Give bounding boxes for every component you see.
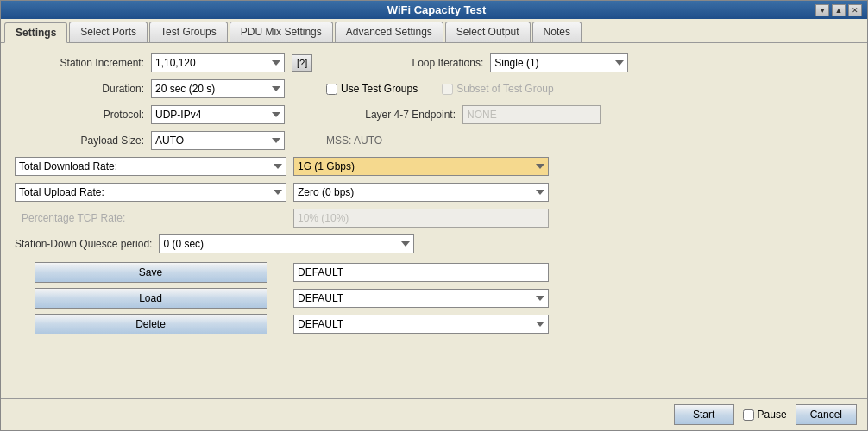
download-rate-value-select[interactable]: 1G (1 Gbps) — [293, 157, 549, 176]
save-btn-container: Save — [15, 262, 286, 283]
delete-select[interactable]: DEFAULT — [293, 315, 549, 334]
tab-notes[interactable]: Notes — [532, 22, 582, 42]
close-button[interactable]: ✕ — [848, 4, 862, 16]
tcp-rate-label: Percentage TCP Rate: — [15, 212, 286, 224]
tab-test-groups[interactable]: Test Groups — [149, 22, 228, 42]
tabs-bar: Settings Select Ports Test Groups PDU Mi… — [1, 19, 867, 43]
mss-label: MSS: AUTO — [326, 134, 382, 147]
upload-rate-value-select[interactable]: Zero (0 bps) — [293, 183, 549, 202]
main-window: WiFi Capacity Test ▾ ▲ ✕ Settings Select… — [0, 0, 868, 431]
window-title: WiFi Capacity Test — [58, 3, 815, 16]
subset-checkbox[interactable] — [442, 84, 453, 95]
pause-checkbox[interactable] — [743, 409, 754, 421]
tab-select-ports[interactable]: Select Ports — [69, 22, 148, 42]
load-select[interactable]: DEFAULT — [293, 289, 549, 308]
duration-label: Duration: — [15, 83, 144, 95]
pause-container: Pause — [743, 409, 787, 421]
help-button[interactable]: [?] — [292, 54, 312, 72]
load-row: Load DEFAULT — [15, 288, 853, 309]
download-rate-row: Total Download Rate: 1G (1 Gbps) — [15, 157, 853, 176]
subset-label: Subset of Test Group — [456, 83, 554, 95]
tab-advanced-settings[interactable]: Advanced Settings — [335, 22, 443, 42]
cancel-button[interactable]: Cancel — [796, 404, 857, 425]
duration-select[interactable]: 20 sec (20 s) — [151, 79, 285, 98]
protocol-row: Protocol: UDP-IPv4 Layer 4-7 Endpoint: N… — [15, 105, 853, 124]
minimize-button[interactable]: ▾ — [815, 4, 829, 16]
upload-rate-row: Total Upload Rate: Zero (0 bps) — [15, 183, 853, 202]
payload-label: Payload Size: — [15, 134, 144, 147]
protocol-select[interactable]: UDP-IPv4 — [151, 105, 285, 124]
save-input[interactable] — [293, 263, 549, 282]
use-test-groups-container: Use Test Groups — [326, 83, 418, 95]
loop-iterations-select[interactable]: Single (1) — [490, 53, 628, 72]
maximize-button[interactable]: ▲ — [832, 4, 846, 16]
layer47-select[interactable]: NONE — [462, 105, 601, 124]
tab-pdu-mix[interactable]: PDU Mix Settings — [230, 22, 333, 42]
tcp-rate-select[interactable]: 10% (10%) — [293, 209, 549, 228]
window-controls: ▾ ▲ ✕ — [815, 4, 862, 16]
subset-container: Subset of Test Group — [442, 83, 554, 95]
loop-iterations-label: Loop Iterations: — [354, 57, 483, 69]
quiesce-select[interactable]: 0 (0 sec) — [159, 234, 414, 253]
footer: Start Pause Cancel — [1, 398, 867, 430]
station-increment-row: Station Increment: 1,10,120 [?] Loop Ite… — [15, 53, 853, 72]
payload-row: Payload Size: AUTO MSS: AUTO — [15, 131, 853, 150]
use-test-groups-checkbox[interactable] — [326, 84, 337, 95]
save-row: Save — [15, 262, 853, 283]
use-test-groups-label: Use Test Groups — [341, 83, 418, 95]
save-button[interactable]: Save — [35, 262, 267, 283]
content-area: Station Increment: 1,10,120 [?] Loop Ite… — [1, 43, 867, 398]
load-btn-container: Load — [15, 288, 286, 309]
duration-row: Duration: 20 sec (20 s) Use Test Groups … — [15, 79, 853, 98]
station-increment-label: Station Increment: — [15, 57, 144, 69]
station-increment-select[interactable]: 1,10,120 — [151, 53, 285, 72]
load-button[interactable]: Load — [35, 288, 267, 309]
delete-row: Delete DEFAULT — [15, 314, 853, 334]
upload-rate-type-select[interactable]: Total Upload Rate: — [15, 183, 286, 202]
delete-button[interactable]: Delete — [35, 314, 267, 334]
title-bar: WiFi Capacity Test ▾ ▲ ✕ — [1, 1, 867, 19]
quiesce-row: Station-Down Quiesce period: 0 (0 sec) — [15, 234, 853, 253]
quiesce-label: Station-Down Quiesce period: — [15, 238, 152, 250]
pause-label: Pause — [758, 409, 787, 421]
tab-settings[interactable]: Settings — [4, 22, 67, 43]
tab-select-output[interactable]: Select Output — [445, 22, 531, 42]
payload-select[interactable]: AUTO — [151, 131, 285, 150]
start-button[interactable]: Start — [674, 404, 734, 425]
delete-btn-container: Delete — [15, 314, 286, 334]
tcp-rate-row: Percentage TCP Rate: 10% (10%) — [15, 209, 853, 228]
download-rate-type-select[interactable]: Total Download Rate: — [15, 157, 286, 176]
layer47-label: Layer 4-7 Endpoint: — [326, 109, 456, 121]
protocol-label: Protocol: — [15, 109, 144, 121]
